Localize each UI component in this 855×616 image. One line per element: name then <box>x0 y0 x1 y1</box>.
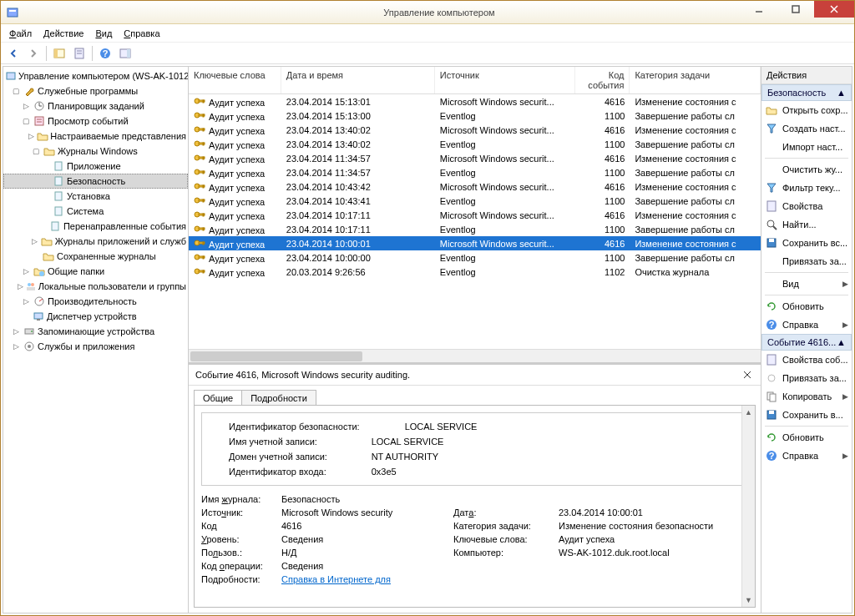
action-filter-current[interactable]: Фильтр теку... <box>761 179 852 197</box>
expand-icon[interactable]: ▷ <box>22 267 31 276</box>
expand-icon[interactable]: ▷ <box>12 327 21 336</box>
moreinfo-link[interactable]: Справка в Интернете для <box>281 574 748 584</box>
tree-local-users[interactable]: ▷Локальные пользователи и группы <box>3 279 188 294</box>
svg-rect-47 <box>203 129 204 131</box>
table-row[interactable]: Аудит успеха20.03.2014 9:26:56Eventlog11… <box>189 265 761 279</box>
menu-view[interactable]: Вид <box>90 27 117 40</box>
actions-group-event[interactable]: Событие 4616...▲ <box>761 334 852 351</box>
action-copy[interactable]: Копировать▶ <box>761 387 852 406</box>
action-help[interactable]: ?Справка▶ <box>761 316 852 334</box>
tree-task-scheduler[interactable]: ▷Планировщик заданий <box>3 98 188 114</box>
tree-log-system[interactable]: Система <box>3 204 188 219</box>
col-keywords[interactable]: Ключевые слова <box>189 67 281 93</box>
action-help2[interactable]: ?Справка▶ <box>761 447 852 465</box>
action-attach-task-event[interactable]: Привязать за... <box>761 369 852 387</box>
expand-icon[interactable]: ▷ <box>12 342 21 351</box>
details-close-button[interactable] <box>741 368 754 381</box>
category-label: Категория задачи: <box>453 521 554 531</box>
collapse-icon[interactable]: ▢ <box>32 147 41 156</box>
table-row[interactable]: Аудит успеха23.04.2014 10:43:42Microsoft… <box>189 179 761 194</box>
table-row[interactable]: Аудит успеха23.04.2014 11:34:57Microsoft… <box>189 151 761 165</box>
collapse-arrow-icon: ▲ <box>837 337 846 347</box>
tree-app-logs[interactable]: ▷Журналы приложений и служб <box>3 234 188 249</box>
action-event-properties[interactable]: Свойства соб... <box>761 351 852 369</box>
svg-rect-3 <box>792 6 799 13</box>
expand-icon[interactable]: ▷ <box>17 282 23 291</box>
action-find[interactable]: Найти... <box>761 215 852 234</box>
table-row[interactable]: Аудит успеха23.04.2014 11:34:57Eventlog1… <box>189 165 761 179</box>
tree-saved-logs[interactable]: Сохраненные журналы <box>3 249 188 264</box>
collapse-icon[interactable]: ▢ <box>12 87 21 96</box>
tree-shared-folders[interactable]: ▷Общие папки <box>3 264 188 279</box>
storage-icon <box>23 325 36 338</box>
tab-general[interactable]: Общие <box>194 390 242 406</box>
tree-root[interactable]: Управление компьютером (WS-AK-1012) <box>3 68 188 83</box>
save-icon <box>765 408 778 422</box>
action-open-saved[interactable]: Открыть сохр... <box>761 101 852 119</box>
tree-log-application[interactable]: Приложение <box>3 159 188 174</box>
action-properties[interactable]: Свойства <box>761 197 852 215</box>
expand-icon[interactable]: ▷ <box>22 102 31 111</box>
tree-log-security[interactable]: Безопасность <box>3 174 188 189</box>
action-pane-button[interactable] <box>116 44 134 63</box>
table-row[interactable]: Аудит успеха23.04.2014 15:13:00Eventlog1… <box>189 109 761 123</box>
shared-folder-icon <box>33 265 46 278</box>
event-grid[interactable]: Ключевые слова Дата и время Источник Код… <box>189 67 761 349</box>
col-datetime[interactable]: Дата и время <box>281 67 435 93</box>
action-clear-log[interactable]: Очистить жу... <box>761 160 852 179</box>
expand-icon[interactable]: ▷ <box>22 297 31 306</box>
action-create-custom[interactable]: Создать наст... <box>761 119 852 138</box>
expand-icon[interactable]: ▷ <box>28 132 35 141</box>
tree-device-mgr[interactable]: Диспетчер устройств <box>3 309 188 324</box>
table-row[interactable]: Аудит успеха23.04.2014 13:40:02Eventlog1… <box>189 137 761 151</box>
navigation-tree[interactable]: Управление компьютером (WS-AK-1012) ▢Слу… <box>3 67 189 613</box>
col-source[interactable]: Источник <box>435 67 575 93</box>
show-hide-tree-button[interactable] <box>50 44 68 63</box>
tree-storage[interactable]: ▷Запоминающие устройства <box>3 324 188 339</box>
tree-performance[interactable]: ▷Производительность <box>3 294 188 309</box>
maximize-button[interactable] <box>777 1 814 18</box>
action-save-all[interactable]: Сохранить вс... <box>761 234 852 252</box>
tree-event-viewer[interactable]: ▢Просмотр событий <box>3 114 188 129</box>
minimize-button[interactable] <box>741 1 777 18</box>
collapse-icon[interactable]: ▢ <box>22 117 31 126</box>
action-refresh[interactable]: Обновить <box>761 297 852 316</box>
menu-action[interactable]: Действие <box>38 27 89 40</box>
properties-button[interactable] <box>70 44 89 63</box>
svg-rect-62 <box>203 199 204 202</box>
table-row[interactable]: Аудит успеха23.04.2014 10:17:11Microsoft… <box>189 208 761 222</box>
tree-log-setup[interactable]: Установка <box>3 189 188 204</box>
grid-header[interactable]: Ключевые слова Дата и время Источник Код… <box>189 67 761 94</box>
titlebar[interactable]: Управление компьютером <box>1 1 854 24</box>
actions-group-security[interactable]: Безопасность▲ <box>761 84 852 101</box>
tab-details[interactable]: Подробности <box>241 390 316 406</box>
action-save-selected[interactable]: Сохранить в... <box>761 406 852 424</box>
close-button[interactable] <box>814 1 854 18</box>
forward-button[interactable] <box>24 44 43 63</box>
tree-custom-views[interactable]: ▷Настраиваемые представления <box>3 129 188 144</box>
action-refresh2[interactable]: Обновить <box>761 428 852 447</box>
action-attach-task[interactable]: Привязать за... <box>761 252 852 270</box>
table-row[interactable]: Аудит успеха23.04.2014 10:17:11Eventlog1… <box>189 222 761 236</box>
help-button[interactable]: ? <box>96 44 114 63</box>
table-row[interactable]: Аудит успеха23.04.2014 15:13:01Microsoft… <box>189 94 761 109</box>
tree-services[interactable]: ▷Службы и приложения <box>3 339 188 354</box>
action-import-custom[interactable]: Импорт наст... <box>761 138 852 156</box>
back-button[interactable] <box>4 44 23 63</box>
tree-windows-logs[interactable]: ▢Журналы Windows <box>3 144 188 159</box>
details-vscrollbar[interactable]: ▲▼ <box>741 406 755 607</box>
action-view[interactable]: Вид▶ <box>761 275 852 293</box>
col-eventid[interactable]: Код события <box>575 67 630 93</box>
tree-log-forwarded[interactable]: Перенаправленные события <box>3 219 188 234</box>
expand-icon[interactable]: ▷ <box>30 237 38 246</box>
tree-system-tools[interactable]: ▢Служебные программы <box>3 83 188 98</box>
refresh-icon <box>765 300 778 313</box>
menu-help[interactable]: Справка <box>119 27 164 40</box>
col-category[interactable]: Категория задачи <box>630 67 761 93</box>
table-row[interactable]: Аудит успеха23.04.2014 10:00:00Eventlog1… <box>189 250 761 265</box>
table-row[interactable]: Аудит успеха23.04.2014 10:00:01Microsoft… <box>189 236 761 250</box>
menu-file[interactable]: Файл <box>4 27 37 40</box>
table-row[interactable]: Аудит успеха23.04.2014 13:40:02Microsoft… <box>189 123 761 137</box>
table-row[interactable]: Аудит успеха23.04.2014 10:43:41Eventlog1… <box>189 194 761 208</box>
horizontal-scrollbar[interactable] <box>189 349 761 362</box>
